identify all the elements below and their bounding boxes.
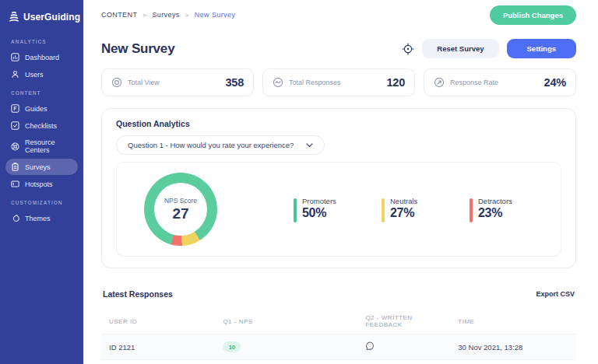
legend-label: Neutrals (390, 197, 417, 205)
response-rate-icon (434, 77, 445, 88)
table-row[interactable]: ID 2121 10 30 Nov 2021, 13:28 (101, 334, 576, 360)
nps-donut: NPS Score 27 (144, 173, 217, 246)
column-header-q1-nps: Q1 - NPS (215, 309, 357, 334)
checklists-icon (11, 121, 19, 130)
breadcrumb-parent[interactable]: Surveys (152, 11, 179, 19)
sidebar-item-resource-centers[interactable]: Resource Centers (5, 135, 78, 158)
title-row: New Survey Reset Survey Settings (101, 39, 576, 58)
column-header-time: TIME (450, 309, 576, 334)
resource-centers-icon (11, 142, 19, 151)
user-id-cell: ID 2121 (101, 334, 215, 360)
crosshair-icon (402, 43, 414, 55)
table-row[interactable]: ID 2122 5 – 28 Nov 2021, 23:01 (101, 360, 576, 364)
top-bar: CONTENT > Surveys > New Survey Publish C… (101, 0, 576, 30)
sidebar-item-label: Surveys (25, 163, 51, 171)
reset-survey-button[interactable]: Reset Survey (422, 39, 498, 58)
legend-label: Detractors (478, 197, 512, 205)
column-header-user-id: USER ID (101, 309, 215, 334)
sidebar-item-label: Resource Centers (25, 138, 72, 154)
time-cell: 30 Nov 2021, 13:28 (450, 334, 576, 360)
latest-responses-header: Latest Responses Export CSV (101, 289, 576, 299)
legend-label: Promoters (302, 197, 336, 205)
total-responses-icon (273, 77, 283, 88)
nps-legend: Promoters 50% Neutrals 27% (294, 197, 514, 222)
users-icon (11, 70, 19, 79)
target-preview-button[interactable] (402, 43, 414, 55)
stat-label: Response Rate (450, 79, 498, 86)
app-window: UserGuiding ANALYTICS Dashboard Users CO… (0, 0, 598, 364)
sidebar-item-label: Guides (25, 105, 47, 113)
sidebar-section-customization: CUSTOMIZATION (0, 193, 83, 209)
sidebar-item-hotspots[interactable]: Hotspots (5, 176, 78, 192)
sidebar-item-label: Dashboard (25, 54, 59, 61)
feedback-cell (357, 334, 450, 360)
page-title: New Survey (101, 41, 174, 57)
stat-label: Total View (128, 79, 160, 86)
question-analytics-title: Question Analytics (116, 119, 561, 128)
dashboard-icon (11, 53, 19, 61)
sidebar-section-analytics: ANALYTICS (0, 32, 83, 48)
legend-value: 27% (390, 206, 417, 220)
breadcrumb-current: New Survey (195, 11, 236, 19)
hotspots-icon (11, 180, 19, 188)
stat-card-total-view: Total View 358 (101, 68, 254, 96)
sidebar-item-label: Checklists (25, 122, 57, 130)
legend-item-detractors: Detractors 23% (470, 197, 514, 222)
stat-value: 120 (386, 76, 405, 89)
responses-table: USER ID Q1 - NPS Q2 - WRITTEN FEEDBACK T… (101, 309, 576, 364)
stats-row: Total View 358 Total Responses 120 (101, 68, 576, 96)
sidebar-item-label: Themes (25, 215, 51, 222)
question-select-dropdown[interactable]: Question 1 - How would you rate your exp… (116, 135, 325, 155)
sidebar-item-label: Users (25, 71, 44, 79)
userguiding-logo-icon (9, 11, 19, 23)
export-csv-button[interactable]: Export CSV (536, 289, 575, 299)
nps-score-badge: 10 (223, 341, 241, 352)
table-header-row: USER ID Q1 - NPS Q2 - WRITTEN FEEDBACK T… (101, 309, 576, 334)
surveys-icon (11, 163, 19, 171)
stat-value: 358 (225, 76, 244, 89)
sidebar: UserGuiding ANALYTICS Dashboard Users CO… (0, 0, 83, 364)
sidebar-item-surveys[interactable]: Surveys (5, 159, 78, 175)
legend-value: 50% (302, 206, 336, 220)
comment-bubble-icon[interactable] (365, 341, 375, 351)
sidebar-item-checklists[interactable]: Checklists (5, 117, 78, 134)
promoters-color-bar (294, 198, 297, 222)
stat-card-response-rate: Response Rate 24% (424, 68, 576, 96)
total-view-icon (111, 77, 122, 88)
themes-icon (11, 214, 19, 222)
sidebar-item-guides[interactable]: Guides (5, 100, 78, 117)
breadcrumb-root: CONTENT (101, 11, 137, 19)
chevron-down-icon (306, 143, 313, 148)
latest-responses-title: Latest Responses (103, 289, 173, 299)
detractors-color-bar (470, 198, 473, 222)
nps-cell: 10 (215, 334, 357, 360)
sidebar-section-content: CONTENT (0, 83, 83, 100)
feedback-cell: – (357, 360, 450, 364)
breadcrumb: CONTENT > Surveys > New Survey (101, 11, 235, 19)
sidebar-item-users[interactable]: Users (5, 66, 78, 82)
main-content: CONTENT > Surveys > New Survey Publish C… (83, 0, 598, 364)
neutrals-color-bar (382, 198, 385, 222)
stat-label: Total Responses (289, 79, 341, 86)
nps-score-label: NPS Score (164, 197, 197, 205)
sidebar-item-dashboard[interactable]: Dashboard (5, 49, 78, 65)
title-actions: Reset Survey Settings (402, 39, 576, 58)
legend-item-neutrals: Neutrals 27% (382, 197, 426, 222)
logo-text: UserGuiding (23, 12, 80, 23)
nps-score-value: 27 (172, 205, 188, 222)
stat-value: 24% (544, 76, 566, 89)
nps-donut-center: NPS Score 27 (154, 183, 207, 236)
settings-button[interactable]: Settings (507, 39, 576, 58)
sidebar-item-themes[interactable]: Themes (5, 210, 78, 226)
legend-item-promoters: Promoters 50% (294, 197, 338, 222)
breadcrumb-separator: > (185, 12, 189, 19)
question-select-value: Question 1 - How would you rate your exp… (128, 141, 294, 149)
publish-changes-button[interactable]: Publish Changes (490, 5, 576, 25)
question-analytics-card: Question Analytics Question 1 - How woul… (101, 108, 576, 268)
user-id-cell: ID 2122 (101, 360, 215, 364)
guides-icon (11, 104, 19, 113)
logo: UserGuiding (0, 8, 83, 32)
latest-responses-section: Latest Responses Export CSV USER ID Q1 -… (101, 289, 576, 364)
column-header-q2-feedback: Q2 - WRITTEN FEEDBACK (357, 309, 450, 334)
nps-chart-panel: NPS Score 27 Promoters 50% (116, 162, 561, 257)
